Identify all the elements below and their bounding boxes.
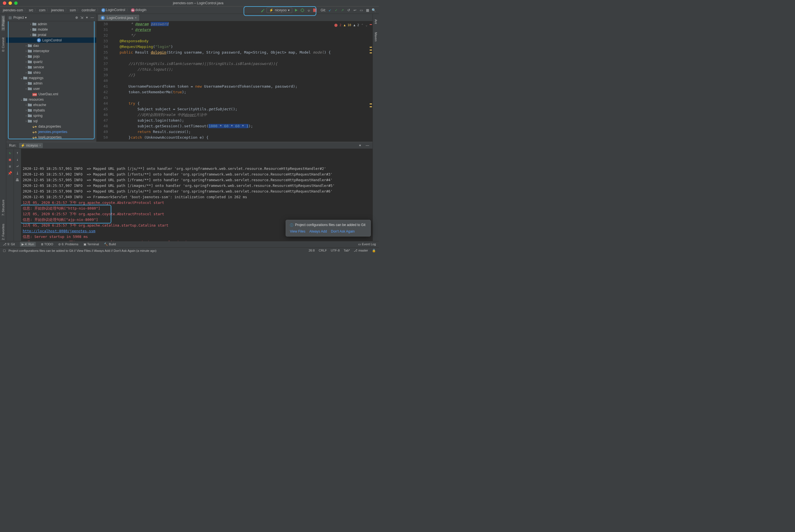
tool-tab-favorites[interactable]: 2: Favorites bbox=[1, 223, 5, 241]
editor-tab-label: LoginControl.java bbox=[107, 16, 133, 20]
bottom-tab-terminal[interactable]: ▣ Terminal bbox=[84, 243, 99, 246]
scroll-icon[interactable]: ⤓ bbox=[15, 171, 20, 175]
tree-node[interactable]: ›shiro bbox=[6, 70, 96, 75]
popup-message: Project configurations files can be adde… bbox=[295, 223, 365, 228]
tree-node[interactable]: xmlUserDao.xml bbox=[6, 91, 96, 97]
debug-icon[interactable] bbox=[300, 8, 305, 13]
lock-icon[interactable]: 🔒 bbox=[372, 249, 376, 252]
git-commit-icon[interactable]: ✓ bbox=[334, 8, 339, 13]
event-log[interactable]: ▭ Event Log bbox=[358, 243, 376, 246]
project-structure-icon[interactable]: ▭ bbox=[359, 8, 363, 13]
history-icon[interactable]: ↺ bbox=[346, 8, 351, 13]
hide-icon[interactable]: — bbox=[365, 143, 370, 148]
bottom-tab-git[interactable]: ⎇ 9: Git bbox=[3, 243, 15, 246]
tree-node[interactable]: ⬙⬘log4j.properties bbox=[6, 134, 96, 140]
popup-always-add[interactable]: Always Add bbox=[309, 229, 327, 233]
tree-node[interactable]: ›service bbox=[6, 64, 96, 70]
project-dropdown[interactable]: Project ▾ bbox=[13, 16, 27, 20]
tree-node[interactable]: ›dao bbox=[6, 43, 96, 48]
tool-tab-commit[interactable]: 0: Commit bbox=[1, 36, 5, 53]
encoding[interactable]: UTF-8 bbox=[331, 249, 340, 252]
tree-node[interactable]: ⬙⬘jeenotes.properties bbox=[6, 129, 96, 134]
indent[interactable]: Tab* bbox=[344, 249, 350, 252]
status-icon[interactable]: ▢ bbox=[3, 249, 6, 252]
bottom-tab-problems[interactable]: ⊘ 6: Problems bbox=[58, 243, 78, 246]
hide-icon[interactable]: — bbox=[91, 16, 94, 20]
tree-node[interactable]: ›pojo bbox=[6, 54, 96, 59]
git-push-icon[interactable]: ↗ bbox=[340, 8, 345, 13]
breadcrumbs: jeenotes-ssm〉src〉com〉jeenotes〉ssm〉contro… bbox=[3, 8, 146, 13]
editor-tab[interactable]: C LoginControl.java × bbox=[98, 14, 140, 21]
tree-node[interactable]: ⌄resources bbox=[6, 97, 96, 102]
gear-icon[interactable]: ✶ bbox=[358, 143, 362, 148]
tree-node[interactable]: ›quartz bbox=[6, 59, 96, 64]
tree-node[interactable]: ›spring bbox=[6, 113, 96, 118]
maximize-window-icon[interactable] bbox=[14, 1, 18, 5]
tree-node[interactable]: ›admin bbox=[6, 80, 96, 86]
breadcrumb-item[interactable]: jeenotes bbox=[51, 8, 64, 12]
expand-icon[interactable]: ⇲ bbox=[80, 16, 83, 20]
bottom-tab-todo[interactable]: ≣ TODO bbox=[41, 243, 53, 246]
popup-view-files[interactable]: View Files bbox=[290, 229, 305, 233]
window-title: jeenotes-ssm – LoginControl.java bbox=[18, 1, 379, 5]
layout-icon[interactable]: ≡ bbox=[8, 164, 12, 169]
breadcrumb-item[interactable]: src bbox=[29, 8, 33, 12]
popup-dont-ask[interactable]: Don't Ask Again bbox=[331, 229, 355, 233]
breadcrumb-item[interactable]: controller bbox=[82, 8, 95, 12]
stop-icon[interactable] bbox=[313, 8, 317, 13]
down-icon[interactable]: ↓ bbox=[15, 157, 20, 162]
right-tool-window-strip: Ant Maven bbox=[373, 14, 379, 241]
search-everywhere-icon[interactable]: 🔍 bbox=[372, 8, 376, 13]
locate-icon[interactable]: ⊕ bbox=[75, 16, 78, 20]
tree-node[interactable]: ›mobile bbox=[6, 27, 96, 32]
run-tab[interactable]: ⚡niceyoo× bbox=[19, 143, 42, 148]
tool-tab-maven[interactable]: Maven bbox=[374, 31, 378, 42]
breadcrumb-item[interactable]: CLoginControl bbox=[101, 8, 125, 12]
tool-tab-project[interactable]: 1: Project bbox=[1, 15, 5, 31]
git-branch[interactable]: ⎇ master bbox=[354, 249, 368, 252]
minimize-window-icon[interactable] bbox=[8, 1, 12, 5]
run-config-selector[interactable]: ⚡ niceyoo ▾ bbox=[267, 7, 292, 13]
status-message: Project configurations files can be adde… bbox=[8, 249, 157, 252]
bottom-tab-build[interactable]: 🔨 Build bbox=[104, 243, 116, 246]
tool-tab-structure[interactable]: 7: Structure bbox=[1, 198, 5, 217]
wrap-icon[interactable]: ⤶ bbox=[15, 164, 20, 169]
svg-point-0 bbox=[301, 9, 304, 12]
bottom-tab-run[interactable]: ▶ 4: Run bbox=[20, 242, 36, 247]
tree-node[interactable]: ›sql bbox=[6, 118, 96, 124]
up-icon[interactable]: ↑ bbox=[15, 151, 20, 155]
tree-node[interactable]: CLoginControl bbox=[6, 37, 96, 43]
stop-icon[interactable]: ■ bbox=[8, 157, 12, 162]
tree-node[interactable]: ⌄mappings bbox=[6, 75, 96, 80]
run-toolbar-2: ↑ ↓ ⤶ ⤓ 🖶 bbox=[14, 149, 21, 241]
close-window-icon[interactable] bbox=[3, 1, 6, 5]
tree-node[interactable]: ⬙⬘data.properties bbox=[6, 124, 96, 129]
tree-node[interactable]: ›user bbox=[6, 86, 96, 91]
window-controls[interactable] bbox=[0, 1, 18, 5]
tree-node[interactable]: ›ehcache bbox=[6, 102, 96, 108]
close-tab-icon[interactable]: × bbox=[134, 16, 137, 20]
line-sep[interactable]: CRLF bbox=[319, 249, 327, 252]
git-pull-icon[interactable]: ↙ bbox=[328, 8, 332, 13]
gear-icon[interactable]: ✶ bbox=[86, 16, 88, 20]
tree-node[interactable]: ›admin bbox=[6, 21, 96, 27]
breadcrumb-item[interactable]: mdologin bbox=[131, 8, 146, 12]
caret-pos[interactable]: 26:8 bbox=[309, 249, 314, 252]
settings-icon[interactable]: ▦ bbox=[365, 8, 370, 13]
print-icon[interactable]: 🖶 bbox=[15, 178, 20, 182]
breadcrumb-item[interactable]: ssm bbox=[70, 8, 76, 12]
breadcrumb-item[interactable]: jeenotes-ssm bbox=[3, 8, 23, 12]
run-icon[interactable] bbox=[294, 8, 299, 13]
revert-icon[interactable]: ↩ bbox=[353, 8, 357, 13]
run-config-name: niceyoo bbox=[275, 8, 287, 12]
tree-node[interactable]: ›interceptor bbox=[6, 48, 96, 54]
tool-tab-ant[interactable]: Ant bbox=[374, 18, 378, 25]
rerun-icon[interactable]: ↻ bbox=[8, 151, 12, 155]
breadcrumb-item[interactable]: com bbox=[39, 8, 46, 12]
hammer-build-icon[interactable] bbox=[260, 8, 265, 13]
tree-node[interactable]: ›protal bbox=[6, 32, 96, 37]
tree-node[interactable]: ›mybatis bbox=[6, 108, 96, 113]
coverage-icon[interactable]: ⬙ bbox=[306, 8, 311, 13]
pin-icon[interactable]: 📌 bbox=[8, 171, 12, 175]
inspections-widget[interactable]: ⬤ 2 ▲ 10 ▲ 2 ⌃ ⌄ bbox=[334, 22, 367, 28]
